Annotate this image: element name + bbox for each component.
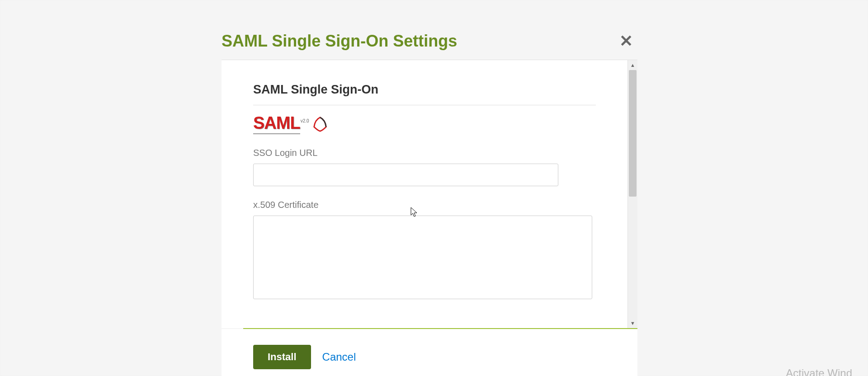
certificate-label: x.509 Certificate bbox=[253, 200, 596, 210]
sso-login-url-input[interactable] bbox=[253, 164, 558, 186]
saml-logo-text: SAML bbox=[253, 114, 300, 134]
modal-body-wrapper: SAML Single Sign-On SAML v2.0 SSO Login … bbox=[222, 60, 637, 328]
sso-login-url-group: SSO Login URL bbox=[253, 148, 596, 186]
scroll-up-arrow-icon[interactable]: ▲ bbox=[628, 60, 637, 70]
modal-footer: Install Cancel bbox=[222, 329, 637, 376]
modal-body: SAML Single Sign-On SAML v2.0 SSO Login … bbox=[222, 60, 627, 328]
section-title: SAML Single Sign-On bbox=[253, 83, 596, 105]
sso-login-url-label: SSO Login URL bbox=[253, 148, 596, 158]
install-button[interactable]: Install bbox=[253, 345, 311, 369]
modal-title: SAML Single Sign-On Settings bbox=[222, 32, 457, 51]
modal-header: SAML Single Sign-On Settings ✕ bbox=[222, 32, 637, 60]
close-icon: ✕ bbox=[619, 32, 633, 50]
saml-triangle-icon bbox=[311, 116, 329, 133]
saml-logo-container: SAML v2.0 bbox=[253, 114, 596, 134]
scroll-thumb[interactable] bbox=[629, 70, 637, 197]
saml-logo: SAML v2.0 bbox=[253, 114, 329, 134]
close-button[interactable]: ✕ bbox=[615, 32, 637, 51]
scroll-track[interactable] bbox=[628, 70, 637, 318]
certificate-textarea[interactable] bbox=[253, 216, 592, 299]
windows-watermark: Activate Wind bbox=[786, 367, 852, 376]
scrollbar[interactable]: ▲ ▼ bbox=[627, 60, 637, 328]
scroll-down-arrow-icon[interactable]: ▼ bbox=[628, 318, 637, 328]
saml-logo-version: v2.0 bbox=[301, 118, 309, 123]
cancel-button[interactable]: Cancel bbox=[322, 351, 356, 363]
certificate-group: x.509 Certificate bbox=[253, 200, 596, 301]
settings-modal: SAML Single Sign-On Settings ✕ SAML Sing… bbox=[222, 32, 637, 376]
